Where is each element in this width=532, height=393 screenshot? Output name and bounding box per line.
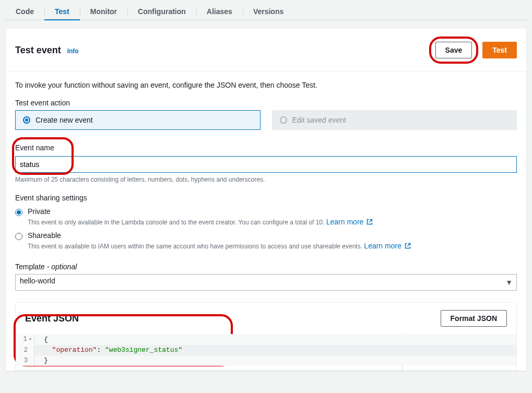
- action-edit-label: Edit saved event: [292, 116, 347, 124]
- sharing-label: Event sharing settings: [15, 194, 517, 202]
- event-name-input[interactable]: [15, 156, 517, 173]
- action-segmented: Create new event Edit saved event: [15, 110, 517, 130]
- format-json-button[interactable]: Format JSON: [441, 310, 507, 327]
- template-label: Template - optional: [15, 263, 517, 271]
- external-link-icon: [405, 243, 411, 249]
- event-name-label: Event name: [15, 144, 54, 152]
- tab-versions[interactable]: Versions: [243, 3, 294, 20]
- shareable-label: Shareable: [28, 231, 411, 240]
- private-desc: This event is only available in the Lamb…: [28, 218, 373, 226]
- event-json-block: Event JSON Format JSON 1▾ { 2 "operation…: [15, 302, 517, 371]
- radio-off-icon: [280, 116, 287, 124]
- private-label: Private: [28, 207, 373, 216]
- save-button[interactable]: Save: [435, 42, 472, 58]
- tab-configuration[interactable]: Configuration: [127, 3, 196, 20]
- test-event-panel: Test event Info Save Test To invoke your…: [5, 28, 527, 371]
- radio-shareable[interactable]: [15, 233, 22, 240]
- event-json-title: Event JSON: [25, 313, 79, 324]
- panel-header: Test event Info Save Test: [6, 28, 526, 72]
- tab-code[interactable]: Code: [5, 3, 44, 20]
- intro-text: To invoke your function without saving a…: [15, 81, 517, 89]
- radio-on-icon: [23, 116, 30, 124]
- tab-aliases[interactable]: Aliases: [196, 3, 243, 20]
- learn-more-shareable[interactable]: Learn more: [364, 242, 410, 250]
- tab-monitor[interactable]: Monitor: [80, 3, 127, 20]
- learn-more-private[interactable]: Learn more: [326, 218, 373, 226]
- panel-title: Test event: [15, 45, 61, 56]
- info-link[interactable]: Info: [67, 47, 79, 55]
- action-edit-saved: Edit saved event: [272, 110, 517, 130]
- radio-private[interactable]: [15, 209, 22, 216]
- event-name-hint: Maximum of 25 characters consisting of l…: [15, 176, 517, 183]
- action-label: Test event action: [15, 99, 517, 107]
- highlight-save: Save: [429, 37, 479, 64]
- test-button[interactable]: Test: [482, 42, 517, 58]
- template-select[interactable]: hello-world: [15, 274, 517, 291]
- action-create-label: Create new event: [36, 116, 93, 124]
- tab-test[interactable]: Test: [44, 3, 80, 20]
- json-editor[interactable]: 1▾ { 2 "operation": "web3signer_status" …: [16, 334, 516, 366]
- action-create-new[interactable]: Create new event: [15, 110, 261, 130]
- function-tabs: Code Test Monitor Configuration Aliases …: [5, 0, 527, 20]
- external-link-icon: [367, 219, 373, 225]
- shareable-desc: This event is available to IAM users wit…: [28, 242, 411, 250]
